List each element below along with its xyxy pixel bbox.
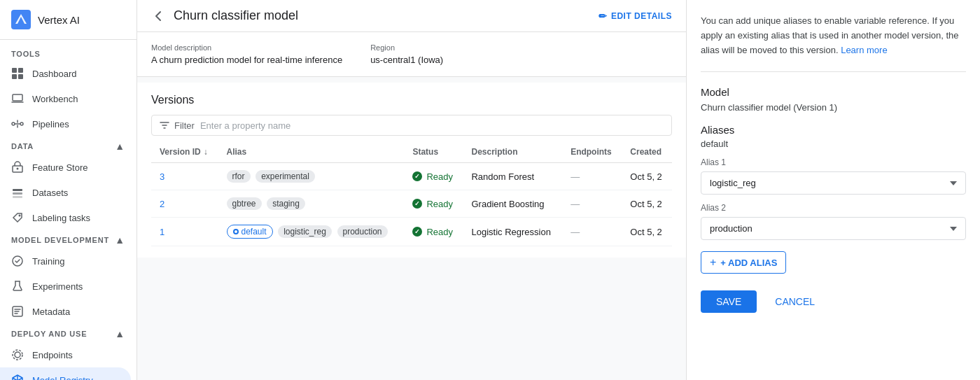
sidebar-item-labeling-tasks[interactable]: Labeling tasks bbox=[0, 205, 131, 230]
endpoints-icon bbox=[11, 349, 24, 361]
model-dev-section-toggle[interactable]: MODEL DEVELOPMENT ▲ bbox=[0, 230, 136, 248]
versions-table: Version ID ↓ Alias Status Description En… bbox=[151, 141, 672, 246]
versions-title: Versions bbox=[151, 94, 672, 106]
grid-icon bbox=[11, 67, 24, 80]
status-label-1: Ready bbox=[426, 227, 453, 237]
filter-bar[interactable]: Filter bbox=[151, 115, 672, 136]
version-link-3[interactable]: 3 bbox=[160, 171, 164, 182]
sidebar-item-pipelines[interactable]: Pipelines bbox=[0, 111, 131, 136]
data-chevron-icon: ▲ bbox=[115, 141, 125, 152]
model-region-value: us-central1 (Iowa) bbox=[370, 55, 443, 65]
sidebar-item-training[interactable]: Training bbox=[0, 248, 131, 274]
sidebar-item-endpoints[interactable]: Endpoints bbox=[0, 342, 131, 367]
dataset-icon bbox=[11, 186, 24, 199]
tag-staging: staging bbox=[267, 197, 305, 210]
filter-input[interactable] bbox=[200, 120, 664, 131]
cancel-button[interactable]: CANCEL bbox=[765, 290, 825, 313]
model-info-bar: Model description A churn prediction mod… bbox=[137, 32, 686, 77]
main-content: Churn classifier model ✏ EDIT DETAILS Mo… bbox=[137, 0, 686, 380]
svg-rect-6 bbox=[18, 74, 23, 79]
endpoints-dash-2: — bbox=[570, 199, 580, 209]
panel-model-section: Model Churn classifier model (Version 1) bbox=[701, 86, 966, 113]
alias1-select[interactable]: logistic_reg production staging experime… bbox=[701, 171, 966, 195]
table-header-row: Version ID ↓ Alias Status Description En… bbox=[151, 141, 672, 163]
panel-alias-default-value: default bbox=[701, 139, 966, 149]
learn-more-link[interactable]: Learn more bbox=[841, 45, 887, 55]
svg-point-18 bbox=[15, 352, 20, 358]
alias2-select[interactable]: production logistic_reg staging experime… bbox=[701, 217, 966, 240]
description-cell-3: Random Forest bbox=[463, 163, 562, 190]
version-id-cell: 1 bbox=[151, 218, 218, 246]
sidebar-item-workbench[interactable]: Workbench bbox=[0, 86, 131, 111]
sidebar: Vertex AI TOOLS Dashboard Workbench Pipe… bbox=[0, 0, 137, 380]
sidebar-pipelines-label: Pipelines bbox=[32, 119, 69, 129]
endpoints-dash-1: — bbox=[570, 227, 580, 237]
deploy-section-label: DEPLOY AND USE bbox=[11, 330, 87, 338]
add-alias-button[interactable]: + + ADD ALIAS bbox=[701, 251, 786, 274]
edit-details-button[interactable]: ✏ EDIT DETAILS bbox=[598, 10, 672, 22]
panel-divider bbox=[701, 71, 966, 72]
pipeline-icon bbox=[11, 118, 24, 130]
alias-cell-3: rfor experimental bbox=[218, 163, 405, 190]
th-alias: Alias bbox=[218, 141, 405, 163]
deploy-section-toggle[interactable]: DEPLOY AND USE ▲ bbox=[0, 324, 136, 342]
sort-arrow-icon: ↓ bbox=[204, 147, 208, 157]
panel-aliases-section: Aliases default Alias 1 logistic_reg pro… bbox=[701, 124, 966, 274]
status-ready-indicator: Ready bbox=[412, 227, 454, 237]
table-row: 2 gbtree staging Ready Gradient Boosting… bbox=[151, 190, 672, 218]
vertex-ai-logo-icon bbox=[11, 10, 31, 29]
sidebar-item-dashboard[interactable]: Dashboard bbox=[0, 61, 131, 86]
svg-rect-4 bbox=[18, 68, 23, 73]
laptop-icon bbox=[11, 92, 24, 105]
status-cell-1: Ready bbox=[404, 218, 463, 246]
alias2-label: Alias 2 bbox=[701, 203, 966, 213]
svg-point-9 bbox=[20, 122, 23, 125]
tag-production: production bbox=[337, 225, 388, 238]
alias1-label: Alias 1 bbox=[701, 157, 966, 167]
model-description-section: Model description A churn prediction mod… bbox=[151, 43, 342, 65]
data-section-toggle[interactable]: DATA ▲ bbox=[0, 136, 136, 155]
save-button[interactable]: SAVE bbox=[701, 290, 757, 313]
panel-model-name: Churn classifier model (Version 1) bbox=[701, 102, 966, 113]
deploy-chevron-icon: ▲ bbox=[115, 328, 125, 339]
tag-gbtree: gbtree bbox=[227, 197, 262, 210]
sidebar-item-metadata[interactable]: Metadata bbox=[0, 299, 131, 324]
sidebar-experiments-label: Experiments bbox=[32, 281, 83, 292]
default-dot-icon bbox=[233, 229, 239, 234]
tag-default: default bbox=[227, 225, 273, 239]
version-link-2[interactable]: 2 bbox=[160, 199, 164, 209]
metadata-icon bbox=[11, 305, 24, 318]
versions-section: Versions Filter Version ID ↓ Alia bbox=[137, 83, 686, 258]
data-section-label: DATA bbox=[11, 142, 34, 150]
sidebar-item-experiments[interactable]: Experiments bbox=[0, 274, 131, 299]
tag-logistic-reg: logistic_reg bbox=[278, 225, 332, 238]
created-cell-1: Oct 5, 2 bbox=[622, 218, 672, 246]
sidebar-item-model-registry[interactable]: Model Registry bbox=[0, 367, 131, 380]
back-button[interactable] bbox=[151, 9, 165, 23]
label-icon bbox=[11, 211, 24, 224]
svg-rect-13 bbox=[13, 192, 22, 195]
add-alias-label: + ADD ALIAS bbox=[720, 258, 777, 268]
sidebar-item-feature-store[interactable]: Feature Store bbox=[0, 155, 131, 180]
edit-details-label: EDIT DETAILS bbox=[611, 11, 672, 21]
svg-rect-14 bbox=[13, 196, 22, 198]
version-link-1[interactable]: 1 bbox=[160, 227, 164, 237]
model-description-label: Model description bbox=[151, 43, 342, 52]
th-version-id: Version ID ↓ bbox=[151, 141, 218, 163]
svg-rect-12 bbox=[13, 189, 22, 191]
page-header: Churn classifier model ✏ EDIT DETAILS bbox=[137, 0, 686, 32]
sidebar-training-label: Training bbox=[32, 256, 64, 267]
model-dev-chevron-icon: ▲ bbox=[115, 234, 125, 246]
sidebar-feature-store-label: Feature Store bbox=[32, 162, 88, 173]
tag-rfor: rfor bbox=[227, 170, 251, 183]
sidebar-item-datasets[interactable]: Datasets bbox=[0, 180, 131, 205]
sidebar-endpoints-label: Endpoints bbox=[32, 350, 73, 360]
svg-rect-3 bbox=[12, 68, 17, 73]
table-row: 3 rfor experimental Ready Random Forest … bbox=[151, 163, 672, 190]
endpoints-cell-1: — bbox=[562, 218, 622, 246]
panel-model-title: Model bbox=[701, 86, 966, 98]
training-icon bbox=[11, 255, 24, 267]
version-id-cell: 2 bbox=[151, 190, 218, 218]
sidebar-workbench-label: Workbench bbox=[32, 94, 78, 104]
endpoints-dash-3: — bbox=[570, 171, 580, 182]
